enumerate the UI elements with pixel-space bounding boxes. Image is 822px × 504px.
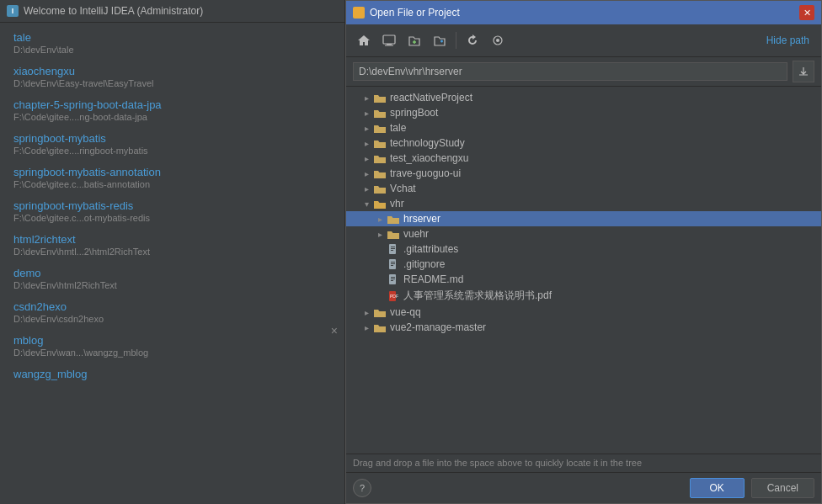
- project-item[interactable]: taleD:\devEnv\tale: [0, 26, 344, 60]
- intellij-icon: I: [7, 5, 19, 17]
- new-folder-button-2[interactable]: [429, 29, 451, 51]
- folder-icon: [373, 138, 387, 148]
- dialog-panel: Open File or Project ✕: [345, 0, 822, 504]
- project-path: D:\devEnv\html2RichText: [13, 280, 331, 290]
- tree-arrow[interactable]: ▸: [360, 139, 373, 148]
- dialog-title-icon: [353, 7, 365, 19]
- project-item[interactable]: demoD:\devEnv\html2RichText: [0, 262, 344, 295]
- project-item[interactable]: springboot-mybatisF:\Code\gitee....ringb…: [0, 127, 344, 161]
- tree-item[interactable]: ▸ test_xiaochengxu: [346, 151, 821, 166]
- dialog-title-left: Open File or Project: [353, 7, 460, 19]
- tree-label: README.md: [403, 273, 821, 285]
- ok-button[interactable]: OK: [690, 478, 745, 498]
- path-download-button[interactable]: [793, 61, 814, 82]
- tree-label: technologyStudy: [390, 137, 821, 149]
- tree-arrow[interactable]: ▾: [360, 199, 373, 209]
- tree-label: Vchat: [390, 183, 821, 194]
- dialog-close-button[interactable]: ✕: [799, 5, 814, 20]
- tree-item[interactable]: PDF 人事管理系统需求规格说明书.pdf: [346, 287, 821, 305]
- project-path: F:\Code\gitee.c...ot-mybatis-redis: [13, 213, 331, 223]
- tree-arrow[interactable]: ▸: [360, 323, 373, 332]
- project-item[interactable]: mblogD:\devEnv\wan...\wangzg_mblog: [0, 329, 344, 363]
- project-name: tale: [13, 31, 331, 44]
- project-name: springboot-mybatis-annotation: [13, 166, 331, 178]
- file-tree: ▸ reactNativeProject▸ springBoot▸ tale▸ …: [346, 87, 821, 454]
- svg-rect-18: [391, 280, 393, 281]
- project-name: springboot-mybatis-redis: [13, 199, 331, 212]
- tree-item[interactable]: ▸ vuehr: [346, 226, 821, 241]
- file-icon: [387, 244, 400, 254]
- project-item[interactable]: wangzg_mblog: [0, 363, 344, 385]
- left-title-bar: I Welcome to IntelliJ IDEA (Administrato…: [0, 0, 344, 23]
- tree-arrow[interactable]: ▸: [360, 124, 373, 133]
- project-path: D:\devEnv\wan...\wangzg_mblog: [13, 347, 331, 358]
- cancel-button[interactable]: Cancel: [751, 478, 814, 498]
- tree-item[interactable]: ▾ vhr: [346, 196, 821, 211]
- folder-icon: [373, 183, 387, 194]
- tree-item[interactable]: ▸ Vchat: [346, 181, 821, 196]
- project-name: mblog: [13, 334, 331, 347]
- tree-item[interactable]: ▸ vue2-manage-master: [346, 320, 821, 335]
- tree-item[interactable]: .gitignore: [346, 257, 821, 272]
- tree-item[interactable]: .gitattributes: [346, 241, 821, 257]
- project-item[interactable]: xiaochengxuD:\devEnv\Easy-travel\EasyTra…: [0, 60, 344, 93]
- new-folder-button-1[interactable]: [403, 29, 425, 51]
- project-name: html2richtext: [13, 233, 331, 246]
- tree-arrow[interactable]: ▸: [360, 109, 373, 118]
- path-input[interactable]: [353, 62, 787, 81]
- tree-label: 人事管理系统需求规格说明书.pdf: [403, 289, 821, 303]
- tree-arrow[interactable]: ▸: [360, 184, 373, 194]
- svg-rect-8: [391, 247, 395, 247]
- project-item[interactable]: csdn2hexoD:\devEnv\csdn2hexo×: [0, 295, 344, 329]
- refresh-button[interactable]: [462, 29, 483, 51]
- left-panel-container: taleD:\devEnv\talexiaochengxuD:\devEnv\E…: [0, 23, 344, 504]
- tree-item[interactable]: ▸ reactNativeProject: [346, 90, 821, 105]
- project-item[interactable]: springboot-mybatis-redisF:\Code\gitee.c.…: [0, 194, 344, 228]
- project-name: xiaochengxu: [13, 65, 331, 77]
- svg-text:PDF: PDF: [390, 294, 398, 299]
- tree-arrow[interactable]: ▸: [360, 93, 373, 103]
- tree-item[interactable]: ▸ tale: [346, 120, 821, 135]
- tree-item[interactable]: ▸ trave-guoguo-ui: [346, 166, 821, 181]
- tree-arrow[interactable]: ▸: [373, 215, 387, 224]
- dialog-buttons: ? OK Cancel: [346, 472, 821, 503]
- project-path: F:\Code\gitee....ringboot-mybatis: [13, 146, 331, 156]
- left-panel: I Welcome to IntelliJ IDEA (Administrato…: [0, 0, 345, 504]
- left-panel-title: Welcome to IntelliJ IDEA (Administrator): [24, 5, 203, 17]
- svg-rect-14: [391, 265, 393, 266]
- bookmark-button[interactable]: [487, 29, 509, 51]
- desktop-button[interactable]: [378, 29, 400, 51]
- help-button[interactable]: ?: [353, 479, 371, 497]
- project-item[interactable]: html2richtextD:\devEnv\hmtl...2\html2Ric…: [0, 228, 344, 262]
- toolbar-separator-1: [456, 32, 456, 49]
- tree-item[interactable]: ▸ hrserver: [346, 211, 821, 226]
- project-name: springboot-mybatis: [13, 132, 331, 145]
- project-item[interactable]: chapter-5-spring-boot-data-jpaF:\Code\gi…: [0, 93, 344, 127]
- dialog-status-bar: Drag and drop a file into the space abov…: [346, 454, 821, 472]
- dialog-toolbar: Hide path: [346, 24, 821, 57]
- tree-item[interactable]: ▸ springBoot: [346, 105, 821, 120]
- tree-item[interactable]: ▸ vue-qq: [346, 305, 821, 320]
- tree-label: springBoot: [390, 107, 821, 119]
- folder-icon: [387, 214, 400, 224]
- folder-icon: [373, 108, 387, 118]
- tree-item[interactable]: ▸ technologyStudy: [346, 135, 821, 151]
- home-button[interactable]: [353, 29, 375, 51]
- project-path: F:\Code\gitee....ng-boot-data-jpa: [13, 112, 331, 122]
- tree-arrow[interactable]: ▸: [373, 230, 387, 239]
- folder-icon: [373, 93, 387, 103]
- tree-label: .gitattributes: [403, 243, 821, 255]
- tree-arrow[interactable]: ▸: [360, 169, 373, 178]
- remove-project-button[interactable]: ×: [331, 324, 338, 337]
- tree-arrow[interactable]: ▸: [360, 154, 373, 163]
- tree-item[interactable]: README.md: [346, 272, 821, 287]
- folder-icon: [373, 123, 387, 133]
- tree-arrow[interactable]: ▸: [360, 308, 373, 317]
- tree-label: tale: [390, 122, 821, 134]
- svg-rect-4: [385, 45, 393, 46]
- hide-path-button[interactable]: Hide path: [761, 31, 814, 50]
- project-path: D:\devEnv\tale: [13, 45, 331, 55]
- dialog-path-bar: [346, 57, 821, 87]
- project-name: chapter-5-spring-boot-data-jpa: [13, 98, 331, 111]
- project-item[interactable]: springboot-mybatis-annotationF:\Code\git…: [0, 161, 344, 194]
